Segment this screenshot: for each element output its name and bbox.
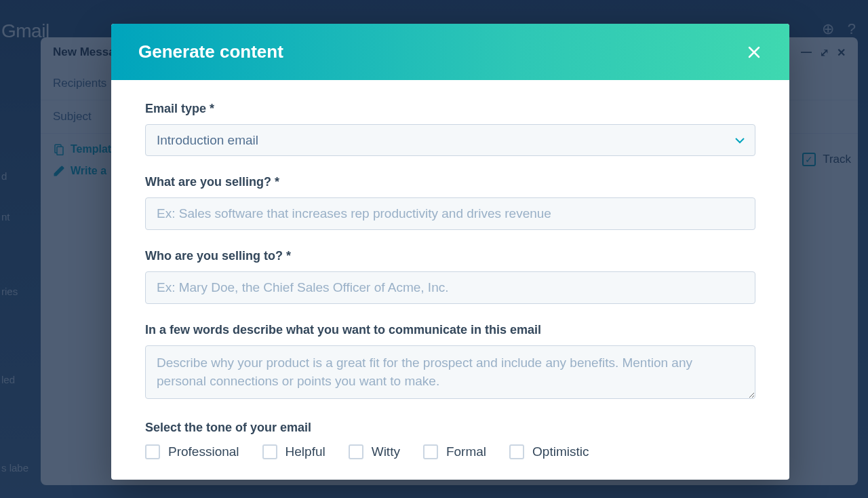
email-type-group: Email type * Introduction email bbox=[145, 102, 755, 156]
modal-body: Email type * Introduction email What are… bbox=[111, 80, 789, 480]
tone-option-formal[interactable]: Formal bbox=[423, 444, 486, 459]
tone-label: Select the tone of your email bbox=[145, 421, 755, 435]
tone-group: Select the tone of your email Profession… bbox=[145, 421, 755, 459]
tone-option-label: Formal bbox=[446, 444, 486, 459]
describe-group: In a few words describe what you want to… bbox=[145, 323, 755, 402]
email-type-label: Email type * bbox=[145, 102, 755, 116]
checkbox-icon bbox=[349, 444, 363, 459]
checkbox-icon bbox=[423, 444, 438, 459]
email-type-select-wrap: Introduction email bbox=[145, 124, 755, 156]
checkbox-icon bbox=[509, 444, 524, 459]
modal-title: Generate content bbox=[138, 41, 283, 62]
selling-what-input[interactable] bbox=[145, 197, 755, 230]
tone-option-label: Optimistic bbox=[532, 444, 589, 459]
tone-option-label: Professional bbox=[168, 444, 239, 459]
selling-to-input[interactable] bbox=[145, 271, 755, 304]
describe-label: In a few words describe what you want to… bbox=[145, 323, 755, 337]
selling-what-group: What are you selling? * bbox=[145, 175, 755, 230]
modal-header: Generate content bbox=[111, 24, 789, 80]
tone-option-optimistic[interactable]: Optimistic bbox=[509, 444, 589, 459]
tone-option-witty[interactable]: Witty bbox=[349, 444, 400, 459]
selling-to-group: Who are you selling to? * bbox=[145, 249, 755, 304]
close-icon[interactable] bbox=[746, 44, 762, 60]
selling-what-label: What are you selling? * bbox=[145, 175, 755, 189]
tone-option-label: Helpful bbox=[285, 444, 326, 459]
describe-textarea[interactable] bbox=[145, 345, 755, 399]
selling-to-label: Who are you selling to? * bbox=[145, 249, 755, 263]
tone-option-professional[interactable]: Professional bbox=[145, 444, 239, 459]
email-type-select[interactable]: Introduction email bbox=[145, 124, 755, 156]
generate-content-modal: Generate content Email type * Introducti… bbox=[111, 24, 789, 480]
tone-option-label: Witty bbox=[372, 444, 400, 459]
checkbox-icon bbox=[262, 444, 277, 459]
tone-options-row: Professional Helpful Witty Formal Optimi… bbox=[145, 444, 755, 459]
tone-option-helpful[interactable]: Helpful bbox=[262, 444, 326, 459]
checkbox-icon bbox=[145, 444, 160, 459]
